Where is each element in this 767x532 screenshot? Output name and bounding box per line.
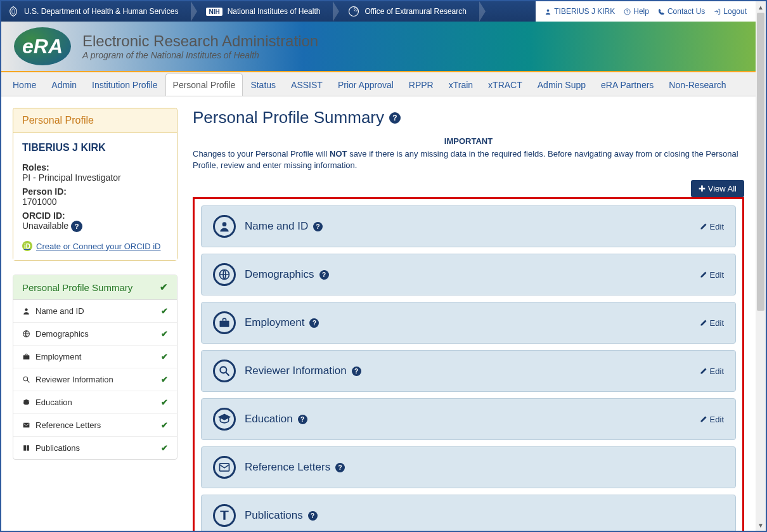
nav-tab-xtrain[interactable]: xTrain (441, 74, 480, 96)
section-title: Name and ID ? (245, 220, 323, 233)
orcid-id-label: ORCID ID: (22, 211, 168, 221)
summary-nav-item-demographics[interactable]: Demographics✔ (13, 323, 177, 346)
edit-button[interactable]: Edit (700, 318, 724, 328)
personal-profile-card: Personal Profile TIBERIUS J KIRK Roles: … (13, 108, 177, 261)
section-row-reviewer-information[interactable]: Reviewer Information ? Edit (201, 350, 736, 392)
scrollbar-thumb[interactable] (757, 13, 764, 311)
sections-highlight-box: Name and ID ? EditDemographics ? EditEmp… (193, 197, 744, 532)
employment-icon (22, 353, 30, 361)
orcid-help-icon[interactable]: ? (71, 221, 82, 232)
summary-nav-item-label: Reference Letters (35, 420, 101, 430)
summary-nav-item-name-and-id[interactable]: Name and ID✔ (13, 300, 177, 323)
section-help-icon[interactable]: ? (298, 415, 307, 424)
section-help-icon[interactable]: ? (319, 270, 329, 280)
summary-nav-item-employment[interactable]: Employment✔ (13, 346, 177, 368)
roles-label: Roles: (22, 162, 168, 172)
orcid-connect-label: Create or Connect your ORCID iD (36, 242, 161, 251)
summary-nav-item-reference-letters[interactable]: Reference Letters✔ (13, 414, 177, 437)
edit-button[interactable]: Edit (700, 367, 724, 376)
reviewer-information-icon (213, 360, 236, 382)
scroll-down-button[interactable]: ▼ (756, 519, 766, 531)
publications-icon (213, 504, 236, 527)
check-icon: ✔ (161, 420, 168, 430)
header-user-label: TIBERIUS J KIRK (554, 7, 615, 16)
section-title: Publications ? (245, 509, 318, 522)
summary-nav-item-reviewer-information[interactable]: Reviewer Information✔ (13, 368, 177, 391)
main-nav: HomeAdminInstitution ProfilePersonal Pro… (1, 72, 756, 96)
breadcrumb-nih[interactable]: NIH National Institutes of Health (191, 1, 333, 22)
section-row-name-and-id[interactable]: Name and ID ? Edit (201, 205, 736, 247)
nav-tab-assist[interactable]: ASSIST (283, 74, 330, 96)
era-logo: eRA (14, 27, 71, 65)
nav-tab-institution-profile[interactable]: Institution Profile (84, 74, 165, 96)
edit-button[interactable]: Edit (700, 270, 724, 280)
section-row-education[interactable]: Education ? Edit (201, 398, 736, 440)
section-help-icon[interactable]: ? (352, 367, 361, 376)
section-help-icon[interactable]: ? (313, 222, 323, 231)
nav-tab-personal-profile[interactable]: Personal Profile (165, 74, 243, 96)
summary-nav-item-label: Employment (35, 352, 81, 361)
oer-icon (348, 6, 359, 17)
breadcrumb-hhs[interactable]: U.S. Department of Health & Human Servic… (1, 1, 191, 22)
header-contact-label: Contact Us (667, 7, 705, 16)
nih-icon: NIH (206, 8, 222, 16)
vertical-scrollbar[interactable]: ▲ ▼ (756, 1, 766, 531)
summary-nav-item-publications[interactable]: Publications✔ (13, 437, 177, 459)
nav-tab-admin[interactable]: Admin (44, 74, 84, 96)
scroll-up-button[interactable]: ▲ (756, 1, 766, 13)
view-all-button[interactable]: ✚ View All (691, 180, 744, 197)
pencil-icon (700, 415, 707, 423)
nav-tab-non-research[interactable]: Non-Research (661, 74, 733, 96)
svg-point-12 (220, 367, 226, 373)
section-row-employment[interactable]: Employment ? Edit (201, 302, 736, 344)
svg-point-0 (349, 7, 359, 16)
logout-icon (714, 8, 721, 15)
nav-tab-prior-approval[interactable]: Prior Approval (330, 74, 401, 96)
check-icon: ✔ (161, 306, 168, 316)
edit-button[interactable]: Edit (700, 415, 724, 424)
government-header-bar: U.S. Department of Health & Human Servic… (1, 1, 756, 22)
check-icon: ✔ (161, 352, 168, 361)
svg-rect-11 (220, 321, 229, 327)
breadcrumb-oer-label: Office of Extramural Research (364, 7, 467, 16)
summary-nav-item-label: Reviewer Information (35, 375, 113, 384)
pencil-icon (700, 271, 707, 278)
section-title: Reviewer Information ? (245, 365, 361, 377)
header-logout-link[interactable]: Logout (714, 7, 747, 16)
important-notice: Changes to your Personal Profile will NO… (193, 148, 744, 171)
section-help-icon[interactable]: ? (308, 511, 318, 521)
header-logout-label: Logout (723, 7, 747, 16)
summary-nav-item-education[interactable]: Education✔ (13, 391, 177, 414)
section-help-icon[interactable]: ? (309, 318, 319, 328)
section-help-icon[interactable]: ? (335, 463, 345, 472)
section-title: Education ? (245, 413, 307, 425)
nav-tab-home[interactable]: Home (5, 74, 44, 96)
section-row-reference-letters[interactable]: Reference Letters ? (201, 446, 736, 488)
header-right-links: TIBERIUS J KIRK ?Help Contact Us Logout (536, 1, 756, 22)
header-help-link[interactable]: ?Help (624, 7, 649, 16)
header-contact-link[interactable]: Contact Us (658, 7, 705, 16)
section-row-demographics[interactable]: Demographics ? Edit (201, 254, 736, 295)
section-title: Employment ? (245, 316, 319, 329)
page-title-help-icon[interactable]: ? (389, 112, 401, 124)
nav-tab-rppr[interactable]: RPPR (401, 74, 441, 96)
edit-button[interactable]: Edit (700, 222, 724, 231)
summary-nav-item-label: Name and ID (35, 306, 84, 316)
section-row-publications[interactable]: Publications ? (201, 495, 736, 532)
pencil-icon (700, 367, 707, 375)
nav-tab-era-partners[interactable]: eRA Partners (593, 74, 661, 96)
summary-nav-item-label: Publications (35, 443, 80, 453)
check-icon: ✔ (161, 375, 168, 384)
check-icon: ✔ (160, 282, 168, 293)
profile-summary-nav-header[interactable]: Personal Profile Summary ✔ (13, 275, 177, 300)
demographics-icon (213, 263, 236, 286)
nav-tab-admin-supp[interactable]: Admin Supp (530, 74, 593, 96)
breadcrumb-oer[interactable]: Office of Extramural Research (333, 1, 479, 22)
header-user-link[interactable]: TIBERIUS J KIRK (545, 7, 615, 16)
nav-tab-status[interactable]: Status (243, 74, 283, 96)
orcid-connect-link[interactable]: iD Create or Connect your ORCID iD (22, 241, 168, 251)
hhs-icon (8, 6, 19, 17)
svg-text:?: ? (626, 9, 629, 13)
nav-tab-xtract[interactable]: xTRACT (480, 74, 530, 96)
summary-nav-item-label: Demographics (35, 329, 89, 339)
